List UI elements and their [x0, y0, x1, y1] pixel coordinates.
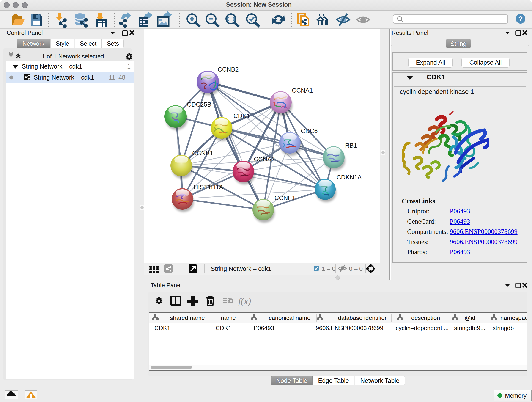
svg-text:database identifier: database identifier	[338, 314, 387, 321]
svg-text:f(x): f(x)	[238, 296, 251, 306]
svg-text:canonical name: canonical name	[269, 314, 310, 321]
svg-text:CDK1: CDK1	[234, 113, 250, 119]
svg-text:CDK1: CDK1	[215, 325, 231, 332]
svg-text:?: ?	[518, 15, 523, 23]
svg-text:String Network – cdk1: String Network – cdk1	[211, 265, 271, 272]
svg-text:CCNB2: CCNB2	[218, 66, 239, 73]
svg-text:name: name	[221, 314, 236, 321]
svg-text:shared name: shared name	[170, 314, 205, 321]
svg-text:CCNE1: CCNE1	[274, 195, 296, 201]
svg-text:CDKN1A: CDKN1A	[336, 174, 362, 181]
svg-text:HIST1H1A: HIST1H1A	[194, 184, 223, 191]
svg-text:CDC25B: CDC25B	[187, 101, 211, 108]
svg-text:CDK1: CDK1	[154, 325, 170, 332]
svg-text:CCNB1: CCNB1	[192, 150, 213, 157]
svg-text:namespac: namespac	[500, 314, 527, 321]
svg-text:description: description	[411, 314, 440, 321]
svg-text:0 – 0: 0 – 0	[349, 265, 363, 272]
svg-text:RB1: RB1	[345, 142, 357, 149]
svg-text:CDC6: CDC6	[301, 128, 318, 134]
svg-text:P06493: P06493	[254, 325, 274, 332]
svg-text:stringdb:9...: stringdb:9...	[454, 325, 485, 332]
svg-text:9606.ENSP00000378699: 9606.ENSP00000378699	[316, 325, 383, 332]
svg-text:stringdb: stringdb	[493, 325, 514, 332]
svg-text:1 – 0: 1 – 0	[322, 265, 336, 272]
svg-text:cyclin–dependent ...: cyclin–dependent ...	[396, 325, 449, 332]
svg-text:@id: @id	[465, 314, 475, 321]
svg-text:CCNA1: CCNA1	[292, 87, 313, 94]
svg-text:CCNA2: CCNA2	[254, 156, 275, 163]
